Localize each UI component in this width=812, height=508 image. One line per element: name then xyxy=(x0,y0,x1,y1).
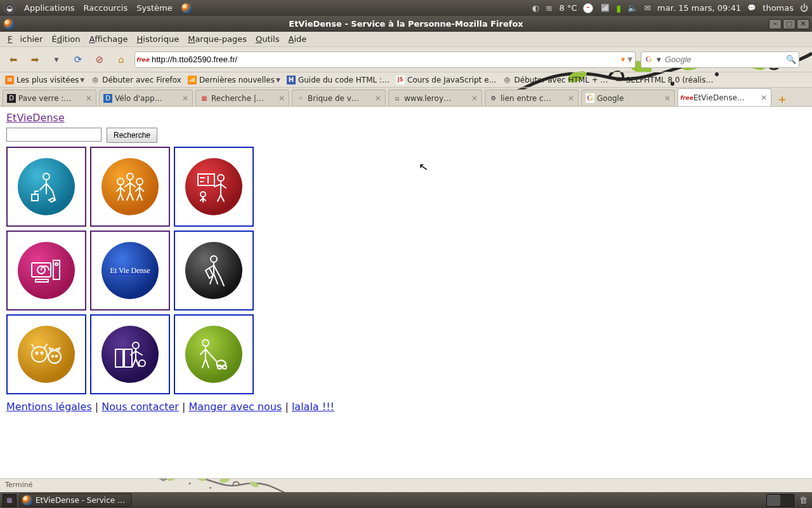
new-tab-button[interactable]: ＋ xyxy=(775,92,789,106)
page-title-link[interactable]: EtVieDense xyxy=(6,112,65,124)
firefox-window: EtVieDense - Service à la Personne-Mozil… xyxy=(0,16,812,492)
menu-system[interactable]: Système xyxy=(136,3,172,13)
menu-help[interactable]: Aide xyxy=(285,33,311,45)
bookmark-dernieres-nouvelles[interactable]: 📶 Dernières nouvelles▼ xyxy=(188,76,280,84)
trash-icon[interactable]: 🗑 xyxy=(797,494,809,507)
url-input[interactable] xyxy=(150,54,619,65)
volume-icon[interactable] xyxy=(627,3,638,13)
maximize-button[interactable]: ▢ xyxy=(783,19,796,29)
tile-teaching[interactable] xyxy=(174,147,254,227)
weather-temp[interactable]: 8 °C xyxy=(559,3,577,13)
menu-bookmarks[interactable]: Marque-pages xyxy=(184,33,251,45)
bookmark-debuter-firefox[interactable]: ◎ Débuter avec Firefox xyxy=(91,76,181,84)
weather-waves-icon[interactable] xyxy=(546,3,553,13)
site-search-button[interactable]: Recherche xyxy=(107,128,157,143)
tile-mowing[interactable] xyxy=(174,314,254,394)
tab-close-icon[interactable]: ✕ xyxy=(86,94,92,103)
search-go-icon[interactable]: 🔍 xyxy=(786,55,796,64)
firefox-icon xyxy=(22,495,32,505)
bookmark-most-visited[interactable]: ≡ Les plus visitées▼ xyxy=(5,76,84,84)
tab-close-icon[interactable]: ✕ xyxy=(471,94,478,103)
close-button[interactable]: ✕ xyxy=(797,19,809,29)
mail-icon[interactable] xyxy=(644,3,651,13)
statusbar: Terminé xyxy=(0,478,812,492)
menu-tools[interactable]: Outils xyxy=(252,33,284,45)
link-mentions[interactable]: Mentions légales xyxy=(6,401,92,413)
favicon-icon: ▦ xyxy=(200,94,209,103)
page-icon: ◎ xyxy=(503,76,512,84)
menu-places[interactable]: Raccourcis xyxy=(83,3,128,13)
forward-button[interactable]: ➡ xyxy=(27,51,43,68)
menu-file[interactable]: Fichier xyxy=(4,33,46,45)
tile-cleaning[interactable] xyxy=(6,147,86,227)
tab-close-icon[interactable]: ✕ xyxy=(761,93,767,102)
bookmark-debuter-html[interactable]: ◎ Débuter avec HTML + … xyxy=(503,76,608,84)
feed-icon[interactable]: ▾ xyxy=(621,55,625,64)
ubuntu-logo-icon[interactable] xyxy=(4,3,15,14)
page-content: EtVieDense Recherche Et Vie Dense Mentio… xyxy=(0,107,812,478)
link-lalala[interactable]: lalala !!! xyxy=(292,401,334,413)
tile-computer[interactable] xyxy=(6,231,86,311)
menu-edit[interactable]: Édition xyxy=(48,33,84,45)
back-button[interactable]: ⬅ xyxy=(5,51,22,68)
tab[interactable]: Google✕ xyxy=(581,90,675,106)
tab[interactable]: ▫www.leroy…✕ xyxy=(388,90,482,106)
tab-active[interactable]: freeEtVieDense…✕ xyxy=(678,88,771,106)
tab-close-icon[interactable]: ✕ xyxy=(182,94,188,103)
status-text: Terminé xyxy=(5,481,32,489)
bookmark-selfhtml[interactable]: ▭ SELFHTML 8.0 (réalis… xyxy=(615,76,714,84)
user-name[interactable]: thomas xyxy=(763,3,794,13)
url-dropdown-icon[interactable]: ▼ xyxy=(627,56,632,63)
tab-close-icon[interactable]: ✕ xyxy=(568,94,574,103)
menu-applications[interactable]: Applications xyxy=(24,3,74,13)
indicator-icon[interactable] xyxy=(532,3,539,13)
window-titlebar[interactable]: EtVieDense - Service à la Personne-Mozil… xyxy=(0,16,812,32)
tab[interactable]: ▦Recherche |…✕ xyxy=(195,90,289,106)
power-icon[interactable] xyxy=(800,3,808,13)
menu-view[interactable]: Affichage xyxy=(85,33,131,45)
tab-close-icon[interactable]: ✕ xyxy=(664,94,671,103)
stop-button[interactable]: ⊘ xyxy=(91,51,108,68)
search-input[interactable] xyxy=(664,54,783,65)
minimize-button[interactable]: – xyxy=(769,19,782,29)
recent-dropdown[interactable]: ▼ xyxy=(48,51,65,68)
tab[interactable]: DPave verre :…✕ xyxy=(3,90,96,106)
clock-text[interactable]: mar. 15 mars, 09:41 xyxy=(657,3,741,13)
site-search-input[interactable] xyxy=(6,128,102,142)
chat-icon[interactable] xyxy=(747,4,756,12)
tab[interactable]: ⁘Brique de v…✕ xyxy=(292,90,386,106)
tile-children[interactable] xyxy=(90,147,170,227)
tab-close-icon[interactable]: ✕ xyxy=(278,94,285,103)
page-icon: ◎ xyxy=(91,76,100,84)
home-button[interactable]: ⌂ xyxy=(113,51,129,68)
link-contact[interactable]: Nous contacter xyxy=(102,401,179,413)
tile-logo[interactable]: Et Vie Dense xyxy=(90,231,170,311)
bookmarks-toolbar: ≡ Les plus visitées▼ ◎ Débuter avec Fire… xyxy=(0,72,812,88)
tile-office[interactable] xyxy=(90,314,170,394)
bookmark-guide-html[interactable]: H Guide du code HTML :… xyxy=(287,76,390,84)
taskbar-item[interactable]: EtVieDense - Service … xyxy=(19,493,132,507)
show-desktop-button[interactable]: ▦ xyxy=(3,494,16,507)
tile-pets[interactable] xyxy=(6,314,86,394)
search-engine-icon[interactable] xyxy=(644,55,654,65)
tab[interactable]: ⚙lien entre c…✕ xyxy=(485,90,579,106)
alarm-clock-icon[interactable] xyxy=(583,3,594,13)
firefox-launcher-icon[interactable] xyxy=(181,3,192,13)
network-icon[interactable] xyxy=(601,4,610,12)
engine-dropdown-icon[interactable]: ▼ xyxy=(657,57,661,63)
tile-gardening[interactable] xyxy=(174,231,254,311)
rss-icon: 📶 xyxy=(188,76,197,84)
bookmark-cours-js[interactable]: JS Cours de JavaScript e… xyxy=(396,76,497,84)
tab-close-icon[interactable]: ✕ xyxy=(375,94,381,103)
battery-icon[interactable] xyxy=(616,3,621,13)
url-bar[interactable]: free ▾ ▼ xyxy=(134,51,636,68)
link-manger[interactable]: Manger avec nous xyxy=(189,401,282,413)
rss-icon: ≡ xyxy=(5,76,14,84)
gnome-bottom-panel: ▦ EtVieDense - Service … 🗑 xyxy=(0,492,812,508)
search-bar[interactable]: ▼ 🔍 xyxy=(641,51,799,68)
workspace-switcher[interactable] xyxy=(766,494,794,507)
page-icon: ▭ xyxy=(615,76,624,84)
tab[interactable]: DVélo d'app…✕ xyxy=(99,90,193,106)
menu-history[interactable]: Historique xyxy=(133,33,183,45)
reload-button[interactable]: ⟳ xyxy=(70,51,86,68)
